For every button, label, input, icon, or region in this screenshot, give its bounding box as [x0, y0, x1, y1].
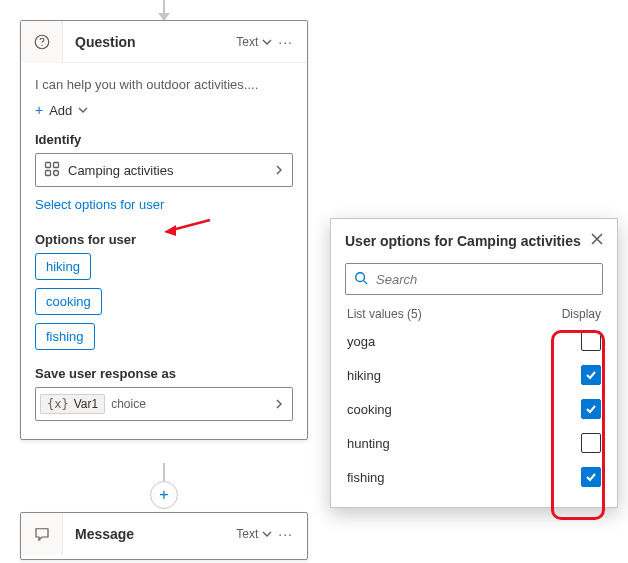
- add-button[interactable]: + Add: [35, 102, 293, 118]
- more-menu-icon[interactable]: ···: [272, 526, 299, 542]
- chevron-right-icon: [274, 165, 284, 175]
- search-input[interactable]: [345, 263, 603, 295]
- identify-field[interactable]: Camping activities: [35, 153, 293, 187]
- svg-rect-3: [54, 162, 59, 167]
- option-row: hiking: [345, 365, 603, 385]
- add-node-button[interactable]: +: [150, 481, 178, 509]
- svg-point-1: [41, 44, 42, 45]
- option-label: cooking: [347, 402, 392, 417]
- svg-rect-2: [46, 162, 51, 167]
- message-preview[interactable]: I can help you with outdoor activities..…: [35, 77, 293, 92]
- identify-value: Camping activities: [68, 163, 266, 178]
- option-label: hunting: [347, 436, 390, 451]
- svg-rect-4: [46, 170, 51, 175]
- save-response-label: Save user response as: [35, 366, 293, 381]
- option-label: hiking: [347, 368, 381, 383]
- entity-icon: [44, 161, 60, 180]
- chevron-down-icon[interactable]: [262, 37, 272, 47]
- variable-type: choice: [111, 397, 146, 411]
- output-type-label[interactable]: Text: [236, 35, 262, 49]
- variable-badge: {x} Var1: [40, 394, 105, 414]
- message-node-card[interactable]: Message Text ···: [20, 512, 308, 560]
- option-label: fishing: [347, 470, 385, 485]
- more-menu-icon[interactable]: ···: [272, 34, 299, 50]
- option-chip[interactable]: cooking: [35, 288, 102, 315]
- chevron-right-icon: [274, 399, 284, 409]
- display-header: Display: [562, 307, 601, 321]
- option-chip[interactable]: hiking: [35, 253, 91, 280]
- card-header: Message Text ···: [21, 513, 307, 555]
- display-checkbox[interactable]: [581, 467, 601, 487]
- search-field[interactable]: [374, 271, 594, 288]
- chevron-down-icon: [78, 105, 88, 115]
- list-values-header: List values (5): [347, 307, 422, 321]
- output-type-label[interactable]: Text: [236, 527, 262, 541]
- display-checkbox[interactable]: [581, 365, 601, 385]
- select-options-link[interactable]: Select options for user: [35, 197, 164, 212]
- option-label: yoga: [347, 334, 375, 349]
- svg-point-8: [356, 272, 365, 281]
- search-icon: [354, 271, 368, 288]
- card-body: I can help you with outdoor activities..…: [21, 63, 307, 439]
- display-checkbox[interactable]: [581, 399, 601, 419]
- option-row: cooking: [345, 399, 603, 419]
- message-icon: [21, 513, 63, 555]
- option-list: yogahikingcookinghuntingfishing: [345, 331, 603, 487]
- variable-field[interactable]: {x} Var1 choice: [35, 387, 293, 421]
- identify-label: Identify: [35, 132, 293, 147]
- card-title: Message: [63, 526, 236, 542]
- variable-icon: {x}: [47, 397, 69, 411]
- plus-icon: +: [35, 102, 43, 118]
- options-label: Options for user: [35, 232, 293, 247]
- chevron-down-icon[interactable]: [262, 529, 272, 539]
- svg-line-9: [364, 280, 368, 284]
- display-checkbox[interactable]: [581, 331, 601, 351]
- option-row: yoga: [345, 331, 603, 351]
- question-icon: [21, 21, 63, 63]
- option-row: hunting: [345, 433, 603, 453]
- card-header: Question Text ···: [21, 21, 307, 63]
- close-icon[interactable]: [591, 233, 603, 248]
- option-chip-list: hiking cooking fishing: [35, 253, 293, 350]
- popup-title: User options for Camping activities: [345, 233, 581, 249]
- user-options-popup: User options for Camping activities List…: [330, 218, 618, 508]
- card-title: Question: [63, 34, 236, 50]
- option-chip[interactable]: fishing: [35, 323, 95, 350]
- option-row: fishing: [345, 467, 603, 487]
- svg-point-5: [54, 170, 59, 175]
- question-node-card[interactable]: Question Text ··· I can help you with ou…: [20, 20, 308, 440]
- add-label: Add: [49, 103, 72, 118]
- display-checkbox[interactable]: [581, 433, 601, 453]
- variable-name: Var1: [74, 397, 98, 411]
